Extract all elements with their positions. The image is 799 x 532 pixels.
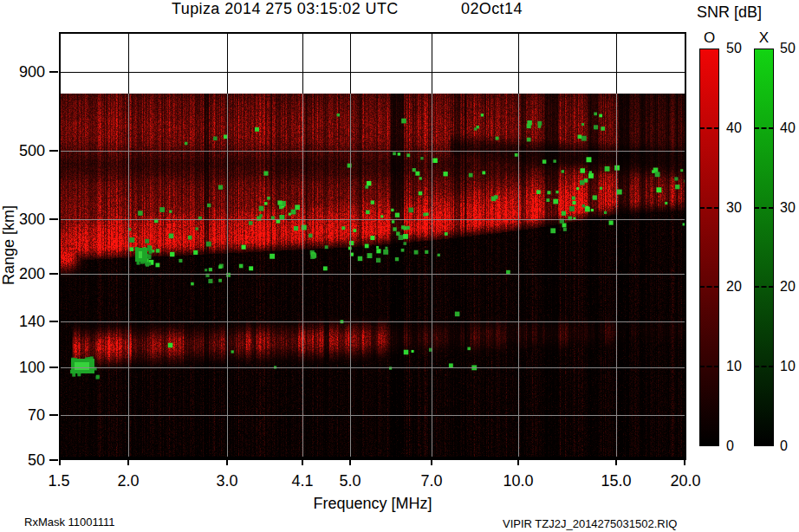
colorbar-tick-dash bbox=[754, 286, 774, 288]
colorbar-tick-dash bbox=[699, 366, 719, 367]
filename-text: VIPIR TZJ2J_2014275031502.RIQ bbox=[503, 517, 677, 530]
y-tick-label: 500 bbox=[5, 142, 45, 160]
colorbar-tick-label: 40 bbox=[780, 120, 796, 136]
plot-date: 02Oct14 bbox=[461, 0, 523, 18]
colorbar-o-label: O bbox=[704, 29, 715, 47]
x-tick-label: 10.0 bbox=[503, 472, 533, 490]
rxmask-text: RxMask 11001111 bbox=[24, 516, 115, 529]
colorbar-tick-label: 30 bbox=[780, 200, 796, 216]
colorbar-tick-label: 0 bbox=[726, 438, 734, 454]
y-tick-label: 200 bbox=[5, 265, 45, 283]
x-tick-label: 20.0 bbox=[670, 472, 700, 490]
x-axis-title: Frequency [MHz] bbox=[313, 495, 432, 513]
x-tick-label: 4.1 bbox=[291, 472, 313, 490]
colorbar-tick-dash bbox=[699, 286, 719, 288]
x-tick-label: 1.5 bbox=[48, 472, 69, 490]
colorbar-tick-label: 50 bbox=[726, 41, 742, 56]
colorbar-tick-label: 0 bbox=[780, 438, 788, 454]
colorbar-tick-label: 50 bbox=[780, 41, 796, 56]
colorbar-title: SNR [dB] bbox=[697, 3, 762, 22]
x-tick-label: 15.0 bbox=[601, 472, 631, 490]
x-tick-label: 2.0 bbox=[117, 472, 139, 490]
y-tick-mark bbox=[49, 459, 58, 461]
y-tick-mark bbox=[49, 71, 58, 73]
ionogram-heatmap bbox=[59, 32, 686, 467]
y-tick-mark bbox=[49, 150, 58, 152]
y-tick-label: 70 bbox=[5, 406, 45, 425]
colorbar-tick-label: 40 bbox=[726, 120, 742, 136]
ionogram-page: Tupiza 2014 275 03:15:02 UTC 02Oct14 Ran… bbox=[0, 0, 799, 532]
y-tick-label: 140 bbox=[5, 313, 45, 331]
colorbar-tick-dash bbox=[699, 207, 719, 209]
y-tick-mark bbox=[49, 218, 58, 220]
plot-title: Tupiza 2014 275 03:15:02 UTC bbox=[172, 0, 399, 18]
colorbar-x-gradient bbox=[754, 49, 774, 446]
colorbar-tick-dash bbox=[754, 366, 774, 367]
colorbar-x-label: X bbox=[759, 29, 769, 47]
y-tick-mark bbox=[49, 367, 58, 368]
y-tick-mark bbox=[49, 321, 58, 322]
y-tick-label: 900 bbox=[5, 63, 45, 81]
y-tick-label: 50 bbox=[5, 451, 45, 470]
x-tick-label: 7.0 bbox=[420, 472, 442, 490]
x-tick-label: 5.0 bbox=[339, 472, 361, 490]
y-tick-mark bbox=[49, 414, 58, 416]
y-tick-mark bbox=[49, 273, 58, 275]
colorbar-tick-label: 20 bbox=[780, 279, 796, 295]
colorbar-tick-label: 30 bbox=[726, 200, 742, 216]
colorbar-tick-dash bbox=[754, 127, 774, 129]
colorbar-o-gradient bbox=[699, 49, 719, 446]
y-tick-label: 300 bbox=[5, 211, 45, 229]
colorbar-tick-label: 10 bbox=[726, 359, 742, 374]
colorbar-tick-label: 10 bbox=[780, 359, 796, 374]
colorbar-tick-label: 20 bbox=[726, 279, 742, 295]
y-tick-label: 100 bbox=[5, 359, 45, 377]
colorbar-tick-dash bbox=[754, 207, 774, 209]
x-tick-label: 3.0 bbox=[216, 472, 237, 490]
colorbar-tick-dash bbox=[699, 127, 719, 129]
